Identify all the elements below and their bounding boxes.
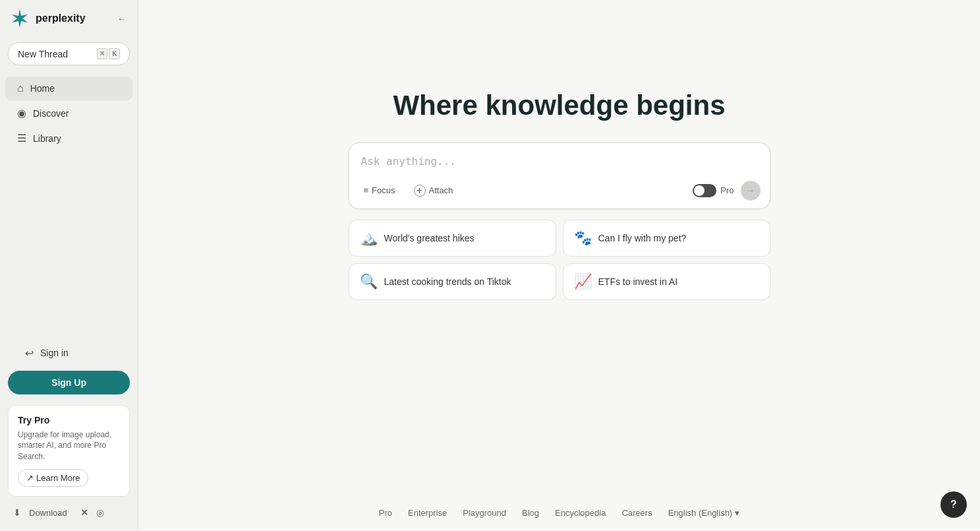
pet-icon: 🐾 [574,230,592,247]
sidebar-item-library[interactable]: ☰ Library [5,126,132,150]
suggestion-pet[interactable]: 🐾 Can I fly with my pet? [563,220,770,257]
focus-button[interactable]: ≡ Focus [359,182,401,199]
search-input[interactable] [361,155,758,168]
pro-toggle[interactable]: Pro [693,184,734,197]
search-toolbar-left: ≡ Focus + Attach [359,182,459,199]
main-content: Where knowledge begins ≡ Focus + Attach [138,0,980,531]
footer-link-careers[interactable]: Careers [621,508,652,518]
signup-button[interactable]: Sign Up [8,371,130,394]
sidebar: perplexity ← New Thread ⌘ K ⌂ Home ◉ Dis… [0,0,138,531]
suggestion-cooking[interactable]: 🔍 Latest cooking trends on Tiktok [349,263,556,300]
focus-label: Focus [372,185,395,195]
learn-more-icon: ↗ [26,473,34,483]
discover-icon: ◉ [17,107,26,119]
hikes-label: World's greatest hikes [384,233,475,243]
discord-icon[interactable]: ◎ [96,507,104,518]
search-input-area [349,143,770,175]
chevron-down-icon: ▾ [735,508,739,518]
search-toolbar: ≡ Focus + Attach Pro [349,175,770,208]
sidebar-footer-icons: ⬇ Download ✕ ◎ [8,505,130,520]
logo: perplexity [9,8,86,29]
sidebar-item-home[interactable]: ⌂ Home [5,77,132,100]
search-toolbar-right: Pro → [693,181,760,201]
main-center: Where knowledge begins ≡ Focus + Attach [138,0,980,495]
home-icon: ⌂ [17,82,24,94]
submit-button[interactable]: → [741,181,761,201]
etfs-label: ETFs to invest in AI [598,276,678,287]
logo-text: perplexity [36,13,86,24]
search-box: ≡ Focus + Attach Pro [349,142,770,209]
sign-in-icon: ↩ [25,347,34,359]
try-pro-title: Try Pro [18,415,120,425]
new-thread-shortcut: ⌘ K [97,48,120,59]
attach-button[interactable]: + Attach [409,182,459,199]
k-key: K [109,48,120,59]
footer-link-enterprise[interactable]: Enterprise [408,508,447,518]
suggestion-etfs[interactable]: 📈 ETFs to invest in AI [563,263,770,300]
language-label: English (English) [668,508,733,518]
sidebar-item-home-label: Home [30,83,55,94]
focus-icon: ≡ [364,185,369,195]
collapse-icon: ← [117,14,126,24]
suggestion-grid: 🏔️ World's greatest hikes 🐾 Can I fly wi… [349,220,770,300]
try-pro-section: Try Pro Upgrade for image upload, smarte… [8,405,130,497]
toggle-switch[interactable] [693,184,716,197]
etfs-icon: 📈 [574,273,592,290]
page-footer: Pro Enterprise Playground Blog Encyclope… [138,495,980,531]
download-icon[interactable]: ⬇ [13,507,21,518]
pro-label: Pro [720,185,734,195]
help-icon: ? [950,499,957,511]
toggle-knob [694,185,705,196]
language-selector[interactable]: English (English) ▾ [668,508,740,518]
download-label[interactable]: Download [29,508,67,518]
learn-more-button[interactable]: ↗ Learn More [18,469,88,487]
tagline: Where knowledge begins [393,90,725,121]
attach-icon: + [414,185,426,197]
submit-icon: → [746,185,755,195]
collapse-button[interactable]: ← [115,11,129,26]
perplexity-logo-icon [9,8,30,29]
new-thread-button[interactable]: New Thread ⌘ K [8,42,130,65]
cooking-label: Latest cooking trends on Tiktok [384,276,511,287]
library-icon: ☰ [17,132,26,144]
attach-label: Attach [429,185,453,195]
footer-link-encyclopedia[interactable]: Encyclopedia [555,508,606,518]
sidebar-item-library-label: Library [33,133,61,144]
footer-link-pro[interactable]: Pro [379,508,392,518]
footer-link-playground[interactable]: Playground [463,508,506,518]
sidebar-header: perplexity ← [0,0,138,37]
sign-in-item[interactable]: ↩ Sign in [13,341,125,365]
cooking-icon: 🔍 [360,273,378,290]
nav-menu: ⌂ Home ◉ Discover ☰ Library [0,71,138,330]
sign-in-label: Sign in [40,348,69,358]
pet-label: Can I fly with my pet? [598,233,687,243]
sidebar-item-discover-label: Discover [33,108,69,119]
learn-more-label: Learn More [36,473,80,483]
try-pro-description: Upgrade for image upload, smarter AI, an… [18,429,120,462]
footer-link-blog[interactable]: Blog [522,508,539,518]
cmd-key: ⌘ [97,48,108,59]
hikes-icon: 🏔️ [360,230,378,247]
help-button[interactable]: ? [940,491,967,518]
twitter-icon[interactable]: ✕ [80,507,88,518]
new-thread-label: New Thread [18,49,68,59]
sidebar-item-discover[interactable]: ◉ Discover [5,101,132,125]
sidebar-bottom: ↩ Sign in Sign Up Try Pro Upgrade for im… [0,330,138,531]
suggestion-hikes[interactable]: 🏔️ World's greatest hikes [349,220,556,257]
